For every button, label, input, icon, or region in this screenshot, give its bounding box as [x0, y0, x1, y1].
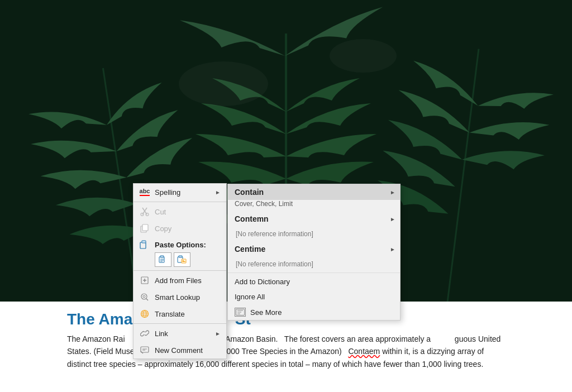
see-more-item[interactable]: See More	[228, 304, 400, 320]
cut-label: Cut	[155, 208, 221, 216]
translate-icon	[139, 308, 150, 319]
see-more-label: See More	[250, 308, 282, 317]
spelling-submenu: Contain ► Cover, Check, Limit Contemn ► …	[227, 184, 401, 321]
paste-icon	[139, 239, 150, 250]
contemn-arrow: ►	[390, 216, 395, 222]
contain-arrow: ►	[390, 189, 395, 195]
add-from-files-icon	[139, 275, 150, 286]
centime-label: Centime	[235, 245, 393, 254]
svg-point-23	[183, 260, 184, 261]
paste-keep-format-button[interactable]	[155, 252, 171, 267]
new-comment-menu-item[interactable]: New Comment	[134, 342, 226, 358]
copy-label: Copy	[155, 224, 221, 233]
add-to-dictionary-item[interactable]: Add to Dictionary	[228, 274, 400, 289]
translate-menu-item[interactable]: Translate	[134, 305, 226, 322]
paste-options-label: Paste Options:	[155, 241, 206, 249]
ignore-all-label: Ignore All	[235, 293, 265, 301]
spelling-arrow: ►	[215, 189, 221, 195]
context-menu: abc Spelling ► Cut Copy	[133, 183, 227, 359]
svg-point-27	[141, 294, 147, 299]
centime-info: [No reference information]	[228, 257, 400, 271]
link-icon	[139, 328, 150, 339]
svg-rect-21	[179, 256, 182, 257]
spelling-icon: abc	[139, 187, 150, 198]
separator-1	[134, 202, 226, 202]
contemn-submenu-item[interactable]: Contemn ►	[228, 211, 400, 227]
svg-point-6	[330, 39, 397, 73]
svg-rect-14	[142, 241, 146, 243]
copy-menu-item[interactable]: Copy	[134, 220, 226, 237]
smart-lookup-label: Smart Lookup	[155, 293, 221, 302]
contain-submenu-item[interactable]: Contain ►	[228, 184, 400, 200]
new-comment-icon	[139, 345, 150, 356]
submenu-separator	[228, 273, 400, 273]
link-menu-item[interactable]: Link ►	[134, 325, 226, 342]
add-from-files-label: Add from Files	[155, 276, 221, 285]
svg-point-9	[141, 213, 144, 216]
svg-rect-34	[141, 347, 149, 352]
add-to-dictionary-label: Add to Dictionary	[235, 278, 290, 286]
svg-point-10	[146, 213, 149, 216]
add-from-files-menu-item[interactable]: Add from Files	[134, 272, 226, 289]
svg-rect-13	[140, 242, 146, 248]
contemn-info: [No reference information]	[228, 227, 400, 241]
svg-rect-12	[142, 224, 148, 231]
ignore-all-item[interactable]: Ignore All	[228, 289, 400, 304]
cut-icon	[139, 206, 150, 217]
separator-3	[134, 323, 226, 324]
contemn-label: Contemn	[235, 214, 393, 223]
svg-line-28	[146, 299, 148, 300]
svg-point-5	[179, 61, 268, 106]
svg-rect-16	[160, 256, 164, 257]
contain-label: Contain	[235, 188, 393, 197]
link-arrow: ►	[215, 331, 221, 337]
smart-lookup-menu-item[interactable]: Smart Lookup	[134, 289, 226, 305]
separator-2	[134, 270, 226, 271]
spelling-label: Spelling	[155, 188, 211, 197]
translate-label: Translate	[155, 310, 221, 318]
contain-sub-label: Cover, Check, Limit	[228, 200, 400, 211]
smart-lookup-icon	[139, 291, 150, 303]
new-comment-label: New Comment	[155, 346, 221, 355]
paste-options-section: Paste Options:	[134, 237, 226, 269]
copy-icon	[139, 223, 150, 234]
centime-submenu-item[interactable]: Centime ►	[228, 241, 400, 257]
misspelled-word: Contaem	[348, 347, 380, 356]
link-label: Link	[155, 329, 211, 338]
spelling-menu-item[interactable]: abc Spelling ►	[134, 184, 226, 200]
centime-arrow: ►	[390, 246, 395, 252]
paste-with-image-button[interactable]	[174, 252, 190, 267]
svg-point-29	[143, 295, 145, 298]
cut-menu-item[interactable]: Cut	[134, 203, 226, 220]
see-more-icon	[235, 308, 246, 317]
